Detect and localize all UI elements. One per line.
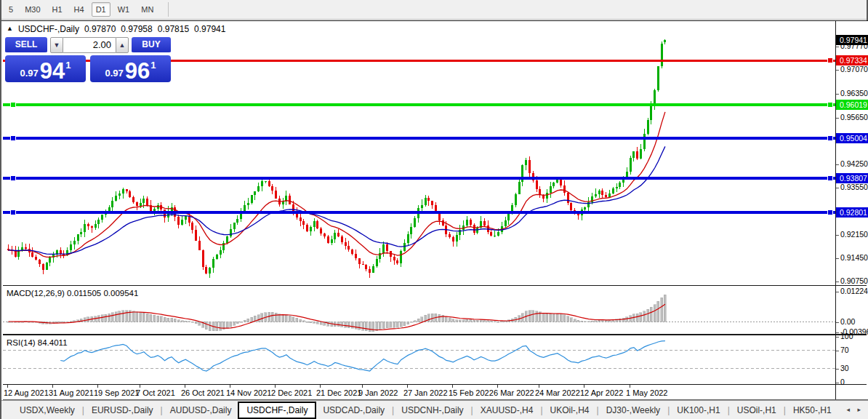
timeframe-h1[interactable]: H1 xyxy=(48,2,67,17)
candle-body xyxy=(351,250,353,254)
price-tick-label: 0.90750 xyxy=(836,276,868,286)
line-handle[interactable] xyxy=(10,102,15,107)
macd-histogram-bar xyxy=(431,314,433,322)
line-handle[interactable] xyxy=(827,136,832,141)
candle-body xyxy=(657,66,659,89)
timeframe-d1[interactable]: D1 xyxy=(92,2,110,17)
tab-usdcnh-daily[interactable]: USDCNH-,Daily xyxy=(395,403,470,418)
date-label: 27 Jan 2022 xyxy=(403,388,448,397)
tab-usdchf-daily[interactable]: USDCHF-,Daily xyxy=(238,402,316,419)
macd-histogram-bar xyxy=(150,314,152,322)
price-tick-label: 0.95650 xyxy=(836,113,868,122)
macd-histogram-bar xyxy=(236,322,238,324)
date-label: 26 Oct 2021 xyxy=(181,388,225,397)
candle-body xyxy=(77,234,79,241)
candle-body xyxy=(97,220,100,225)
candle-body xyxy=(505,220,507,226)
buy-quote[interactable]: 0.97961 xyxy=(90,55,171,82)
axis-tick-mark xyxy=(836,164,839,165)
macd-histogram-bar xyxy=(63,322,65,322)
axis-tick-mark xyxy=(836,118,839,119)
candle-body xyxy=(347,246,350,250)
price-axis[interactable]: 0.977700.970700.963500.956500.942500.935… xyxy=(836,21,868,399)
macd-histogram-bar xyxy=(327,322,329,326)
macd-histogram-bar xyxy=(459,320,461,322)
line-handle[interactable] xyxy=(10,176,15,181)
candle-body xyxy=(191,223,193,230)
macd-histogram-bar xyxy=(532,311,534,322)
macd-histogram-bar xyxy=(285,315,287,322)
chart-ohlc-header: ▲ USDCHF-,Daily 0.97870 0.97958 0.97815 … xyxy=(7,24,225,34)
line-handle[interactable] xyxy=(827,176,832,181)
collapse-chart-icon[interactable]: ▲ xyxy=(7,25,13,32)
date-axis[interactable]: 12 Aug 202131 Aug 202119 Sep 20217 Oct 2… xyxy=(3,385,867,399)
price-tick-label: 0.96350 xyxy=(836,89,868,98)
candle-body xyxy=(244,205,246,210)
date-tick-mark xyxy=(7,385,8,388)
macd-histogram-bar xyxy=(365,322,367,331)
ohlc-open: 0.97870 xyxy=(84,24,116,34)
candle-body xyxy=(584,207,586,210)
candle-body xyxy=(220,250,222,255)
candle-body xyxy=(382,244,385,253)
sell-button[interactable]: SELL xyxy=(5,37,47,54)
candle-body xyxy=(142,199,145,203)
candle-body xyxy=(271,186,273,191)
tab-usdx-weekly[interactable]: USDX,Weekly xyxy=(13,403,81,418)
price-tick-label: 0.92150 xyxy=(836,230,868,239)
buy-button[interactable]: BUY xyxy=(132,37,171,54)
candle-body xyxy=(396,260,398,263)
candle-body xyxy=(601,191,603,195)
line-handle[interactable] xyxy=(827,102,832,107)
candle-body xyxy=(425,198,427,205)
timeframe-h4[interactable]: H4 xyxy=(70,2,89,17)
tab-usoil-h1[interactable]: USOil-,H1 xyxy=(731,403,783,418)
candle-body xyxy=(60,250,62,254)
candle-body xyxy=(118,193,121,196)
date-tick-mark xyxy=(497,385,498,388)
line-handle[interactable] xyxy=(10,136,15,141)
timeframe-w1[interactable]: W1 xyxy=(113,2,134,17)
candle-body xyxy=(661,44,663,67)
volume-input[interactable]: 2.00 xyxy=(63,37,116,53)
tab-hk50-h1[interactable]: HK50-,H1 xyxy=(787,403,838,418)
macd-histogram-bar xyxy=(233,322,236,325)
candle-body xyxy=(376,259,378,266)
macd-histogram-bar xyxy=(216,322,218,331)
macd-histogram-bar xyxy=(480,320,482,322)
macd-histogram-bar xyxy=(584,322,586,322)
timeframe-5[interactable]: 5 xyxy=(4,2,17,17)
tab-separator: | xyxy=(540,405,542,415)
tab-usdcad-daily[interactable]: USDCAD-,Daily xyxy=(316,403,391,418)
volume-increase-button[interactable]: ▲ xyxy=(116,37,129,53)
candle-body xyxy=(365,265,367,269)
line-handle[interactable] xyxy=(827,210,832,215)
tab-eurusd-daily[interactable]: EURUSD-,Daily xyxy=(85,403,160,418)
tab-scroll-arrows[interactable]: ◂ ▸ xyxy=(846,406,864,413)
sell-quote[interactable]: 0.97941 xyxy=(5,55,86,82)
tab-audusd-daily[interactable]: AUDUSD-,Daily xyxy=(164,403,238,418)
tab-uk100-h1[interactable]: UK100-,H1 xyxy=(670,403,726,418)
timeframe-mn[interactable]: MN xyxy=(137,2,158,17)
line-handle[interactable] xyxy=(10,210,15,215)
macd-histogram-bar xyxy=(362,322,364,330)
tab-dj30-weekly[interactable]: DJ30-,Weekly xyxy=(600,403,667,418)
timeframe-m30[interactable]: M30 xyxy=(20,2,44,17)
macd-histogram-bar xyxy=(563,315,566,322)
macd-histogram-bar xyxy=(101,315,103,322)
tab-xauusd-h4[interactable]: XAUUSD-,H4 xyxy=(474,403,540,418)
macd-histogram-bar xyxy=(400,322,402,327)
macd-histogram-bar xyxy=(417,319,419,322)
tab-ukoil-h4[interactable]: UKOil-,H4 xyxy=(544,403,596,418)
candle-body xyxy=(73,241,76,244)
pane-separator[interactable] xyxy=(3,334,867,335)
line-handle[interactable] xyxy=(827,58,832,63)
rsi-pane[interactable] xyxy=(3,335,835,384)
date-label: 7 Oct 2021 xyxy=(136,388,175,397)
pane-separator[interactable] xyxy=(3,285,867,286)
macd-histogram-bar xyxy=(153,315,156,322)
date-label: 1 May 2022 xyxy=(626,388,667,397)
candle-body xyxy=(261,181,263,186)
volume-decrease-button[interactable]: ▼ xyxy=(50,37,63,53)
macd-indicator-label: MACD(12,26,9) 0.011505 0.009541 xyxy=(7,289,138,298)
